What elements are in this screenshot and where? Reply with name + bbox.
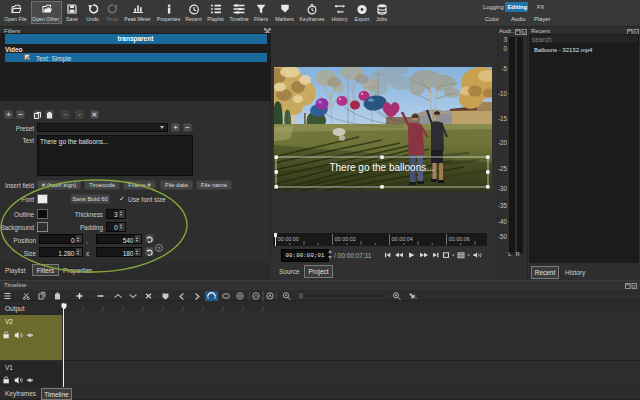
svg-text:There go the balloons...: There go the balloons...	[329, 162, 434, 173]
svg-text:00:00:02: 00:00:02	[335, 236, 356, 242]
svg-text:00:00:00: 00:00:00	[278, 236, 299, 242]
svg-text:00:00:06: 00:00:06	[449, 236, 470, 242]
svg-text:00:00:04: 00:00:04	[392, 236, 413, 242]
